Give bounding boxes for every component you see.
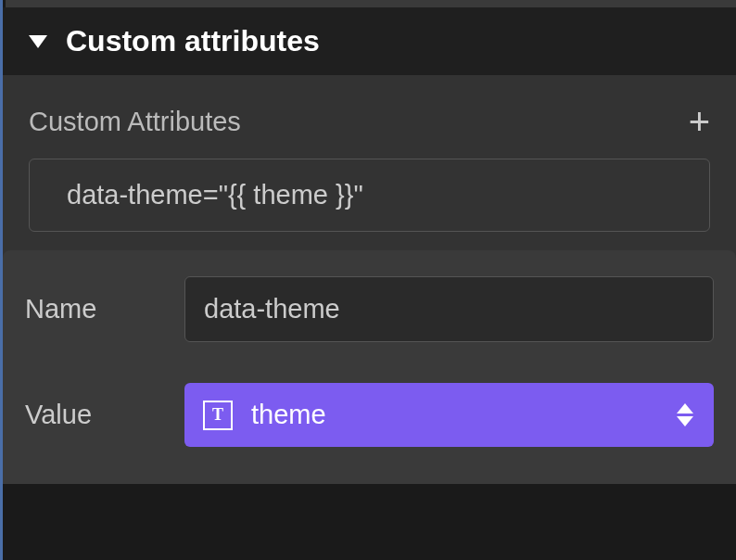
value-row: Value T theme [25, 383, 714, 447]
select-arrows-icon [677, 403, 693, 426]
section-body: Custom Attributes + data-theme="{{ theme… [3, 75, 736, 484]
subsection-header: Custom Attributes + [3, 75, 736, 159]
text-type-icon: T [203, 401, 233, 430]
value-select[interactable]: T theme [184, 383, 714, 447]
attribute-edit-panel: Name Value T theme [3, 250, 736, 484]
add-attribute-icon[interactable]: + [689, 103, 710, 140]
attribute-display-text: data-theme="{{ theme }}" [67, 180, 363, 210]
value-label: Value [25, 400, 184, 430]
disclosure-triangle-icon[interactable] [29, 35, 47, 48]
name-label: Name [25, 294, 184, 325]
top-divider [6, 0, 736, 7]
name-input[interactable] [184, 276, 714, 342]
section-title: Custom attributes [66, 24, 320, 58]
subsection-title: Custom Attributes [29, 107, 241, 137]
name-row: Name [25, 276, 714, 342]
attribute-list-item[interactable]: data-theme="{{ theme }}" [29, 159, 710, 232]
value-select-text: theme [251, 400, 326, 430]
section-header[interactable]: Custom attributes [3, 7, 736, 75]
